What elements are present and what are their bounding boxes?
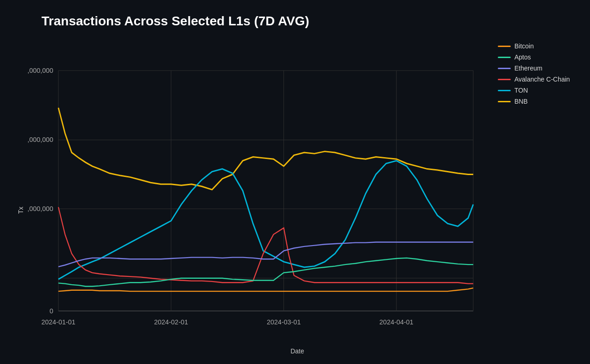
chart-plot-area: 6,000,000 4,000,000 2,000,000 0 2024-01-… [28,38,581,344]
legend-color [498,101,511,102]
y-axis-label: Tx [14,38,28,355]
svg-text:6,000,000: 6,000,000 [28,66,53,74]
svg-text:0: 0 [50,306,53,315]
legend-item: Aptos [498,53,581,61]
svg-text:2024-01-01: 2024-01-01 [41,318,76,326]
x-axis-label: Date [14,344,581,355]
svg-text:2024-02-01: 2024-02-01 [154,318,188,326]
legend-color [498,68,511,69]
legend-item: Ethereum [498,65,581,72]
legend-color [498,46,511,47]
legend-label: Aptos [514,53,531,61]
chart-svg-wrapper: 6,000,000 4,000,000 2,000,000 0 2024-01-… [28,38,489,344]
svg-text:2024-04-01: 2024-04-01 [379,318,413,326]
chart-area: 6,000,000 4,000,000 2,000,000 0 2024-01-… [28,38,581,355]
chart-svg: 6,000,000 4,000,000 2,000,000 0 2024-01-… [28,38,489,344]
legend-label: BNB [514,98,528,105]
legend-label: Avalanche C-Chain [514,76,570,83]
svg-text:4,000,000: 4,000,000 [28,135,53,144]
legend: Bitcoin Aptos Ethereum Avalanche C-Chain… [489,38,581,344]
legend-item: BNB [498,98,581,105]
legend-item: Avalanche C-Chain [498,76,581,83]
chart-body: Tx [14,38,581,355]
legend-color [498,79,511,80]
legend-item: Bitcoin [498,42,581,50]
legend-label: Ethereum [514,65,543,72]
legend-color [498,90,511,91]
legend-label: Bitcoin [514,42,534,50]
legend-label: TON [514,87,528,94]
legend-color [498,57,511,58]
legend-item: TON [498,87,581,94]
chart-container: Transactions Across Selected L1s (7D AVG… [0,0,590,364]
chart-title: Transactions Across Selected L1s (7D AVG… [14,14,581,29]
svg-text:2024-03-01: 2024-03-01 [267,318,301,326]
svg-rect-0 [28,38,489,344]
svg-text:2,000,000: 2,000,000 [28,204,53,212]
